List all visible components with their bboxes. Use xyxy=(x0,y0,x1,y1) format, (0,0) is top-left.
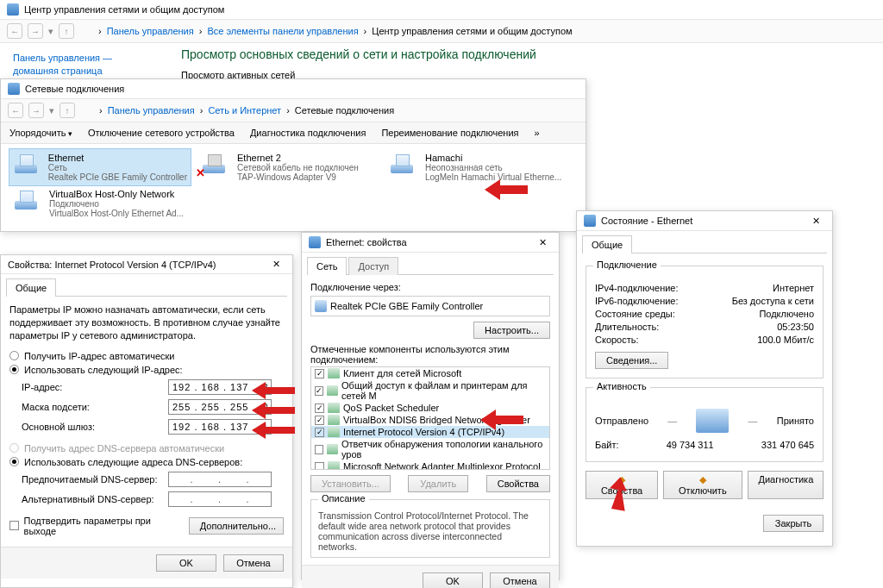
dns2-input[interactable] xyxy=(168,491,272,507)
conn-nav-up[interactable]: ↑ xyxy=(59,103,75,118)
bytes-recv: 331 470 645 xyxy=(761,440,814,450)
ok-button[interactable]: OK xyxy=(156,554,216,572)
network-adapter-icon xyxy=(389,153,418,177)
nav-back[interactable]: ← xyxy=(7,23,22,39)
status-window-icon xyxy=(584,215,596,227)
protocol-icon xyxy=(328,427,340,437)
conn-ethernet[interactable]: Ethernet Сеть Realtek PCIe GBE Family Co… xyxy=(9,149,191,185)
adapter-icon xyxy=(315,300,327,312)
dns1-input[interactable] xyxy=(168,472,272,487)
diag-connection[interactable]: Диагностика подключения xyxy=(250,128,366,138)
close-icon[interactable]: ✕ xyxy=(534,237,552,248)
checkbox-icon[interactable] xyxy=(315,416,324,425)
conn-bc-2[interactable]: Сеть и Интернет xyxy=(208,105,281,116)
advanced-button[interactable]: Дополнительно... xyxy=(189,517,284,535)
mask-input[interactable] xyxy=(168,399,272,415)
checkbox-icon[interactable] xyxy=(315,445,323,454)
description-box: Описание Transmission Control Protocol/I… xyxy=(310,499,550,558)
network-adapter-icon xyxy=(13,153,41,177)
tab-network[interactable]: Сеть xyxy=(307,257,347,275)
component-item[interactable]: VirtualBox NDIS6 Bridged Networking Driv… xyxy=(311,414,549,426)
window-icon xyxy=(7,3,19,16)
checkbox-icon[interactable] xyxy=(315,403,324,413)
components-list[interactable]: Клиент для сетей MicrosoftОбщий доступ к… xyxy=(310,366,550,470)
ipv4-titlebar: Свойства: Internet Protocol Version 4 (T… xyxy=(1,255,292,274)
sidebar-home[interactable]: Панель управления — домашняя страница xyxy=(13,52,160,78)
bc-2[interactable]: Все элементы панели управления xyxy=(207,26,358,36)
protocol-icon xyxy=(327,385,338,396)
nav-fwd[interactable]: → xyxy=(28,23,43,39)
toolbar-more[interactable]: » xyxy=(535,128,540,138)
protocol-icon xyxy=(328,415,340,425)
ok-button[interactable]: OK xyxy=(423,572,483,588)
configure-button[interactable]: Настроить... xyxy=(473,322,550,339)
diagnose-button[interactable]: Диагностика xyxy=(748,471,824,499)
component-item[interactable]: Ответчик обнаружения топологии канальног… xyxy=(311,438,549,460)
component-props-button[interactable]: Свойства xyxy=(486,475,550,492)
tab-general[interactable]: Общие xyxy=(6,278,56,297)
protocol-icon xyxy=(328,403,340,413)
tab-general[interactable]: Общие xyxy=(582,235,632,253)
checkbox-icon xyxy=(9,521,19,530)
checkbox-icon[interactable] xyxy=(315,428,324,437)
gw-label: Основной шлюз: xyxy=(22,422,168,432)
component-item[interactable]: Microsoft Network Adapter Multiplexor Pr… xyxy=(311,460,549,470)
close-button[interactable]: Закрыть xyxy=(763,515,824,532)
bc-3: Центр управления сетями и общим доступом xyxy=(372,26,572,36)
checkbox-icon[interactable] xyxy=(315,462,324,471)
disconnected-icon: ✕ xyxy=(196,166,205,179)
checkbox-icon[interactable] xyxy=(315,369,324,378)
close-icon[interactable]: ✕ xyxy=(807,216,825,227)
nsc-title: Центр управления сетями и общим доступом xyxy=(24,4,224,15)
network-adapter-icon xyxy=(13,189,42,213)
conn-virtualbox[interactable]: VirtualBox Host-Only Network Подключено … xyxy=(9,185,191,222)
status-titlebar: Состояние - Ethernet ✕ xyxy=(577,211,832,231)
organize-menu[interactable]: Упорядочить xyxy=(9,128,72,138)
conn-bc-1[interactable]: Панель управления xyxy=(108,105,195,116)
conn-window-icon xyxy=(8,83,20,95)
component-item[interactable]: Internet Protocol Version 4 (TCP/IPv4) xyxy=(311,426,549,438)
manual-ip-radio[interactable]: Использовать следующий IP-адрес: xyxy=(9,365,284,375)
conn-toolbar: Упорядочить Отключение сетевого устройст… xyxy=(1,122,586,144)
conn-nav-back[interactable]: ← xyxy=(8,103,23,118)
remove-button[interactable]: Удалить xyxy=(408,475,468,492)
checkbox-icon[interactable] xyxy=(315,386,323,396)
mask-label: Маска подсети: xyxy=(22,402,168,412)
radio-icon xyxy=(9,351,19,360)
rename-connection[interactable]: Переименование подключения xyxy=(381,128,518,138)
disable-device[interactable]: Отключение сетевого устройства xyxy=(88,128,235,138)
activity-group: Активность Отправлено — — Принято Байт: … xyxy=(586,387,824,462)
nsc-titlebar: Центр управления сетями и общим доступом xyxy=(0,0,883,20)
conn-titlebar: Сетевые подключения xyxy=(1,79,586,99)
disconnect-button[interactable]: ◆ Отключить xyxy=(663,471,742,499)
ip-input[interactable] xyxy=(168,379,272,395)
close-icon[interactable]: ✕ xyxy=(267,259,285,270)
details-button[interactable]: Сведения... xyxy=(595,352,668,369)
conn-nav-fwd[interactable]: → xyxy=(28,103,44,118)
manual-dns-radio[interactable]: Использовать следующие адреса DNS-сервер… xyxy=(9,457,284,467)
auto-ip-radio[interactable]: Получить IP-адрес автоматически xyxy=(9,351,284,361)
nav-up[interactable]: ↑ xyxy=(59,23,74,39)
ipv4-title: Свойства: Internet Protocol Version 4 (T… xyxy=(8,260,216,270)
install-button[interactable]: Установить... xyxy=(310,475,391,492)
properties-button[interactable]: ◆ Свойства xyxy=(586,471,658,499)
validate-checkbox[interactable]: Подтвердить параметры при выходе Дополни… xyxy=(9,516,284,536)
bc-1[interactable]: Панель управления xyxy=(107,26,194,36)
tab-access[interactable]: Доступ xyxy=(348,257,398,275)
conn-title: Сетевые подключения xyxy=(25,84,124,94)
conn-ethernet2[interactable]: ✕ Ethernet 2 Сетевой кабель не подключен… xyxy=(197,149,379,185)
gw-input[interactable] xyxy=(168,419,272,435)
dns2-label: Альтернативный DNS-сервер: xyxy=(22,494,168,504)
cancel-button[interactable]: Отмена xyxy=(490,572,550,588)
connect-via-label: Подключение через: xyxy=(310,282,550,292)
status-title: Состояние - Ethernet xyxy=(601,216,692,226)
breadcrumb-icon xyxy=(79,24,93,38)
props-title: Ethernet: свойства xyxy=(326,237,407,247)
conn-hamachi[interactable]: Hamachi Неопознанная сеть LogMeIn Hamach… xyxy=(385,149,567,185)
connection-group: Подключение IPv4-подключение:Интернет IP… xyxy=(586,266,824,378)
ip-label: IP-адрес: xyxy=(22,382,168,392)
cancel-button[interactable]: Отмена xyxy=(223,554,284,572)
component-item[interactable]: Клиент для сетей Microsoft xyxy=(311,367,549,379)
component-item[interactable]: Общий доступ к файлам и принтерам для се… xyxy=(311,379,549,402)
component-item[interactable]: QoS Packet Scheduler xyxy=(311,402,549,414)
